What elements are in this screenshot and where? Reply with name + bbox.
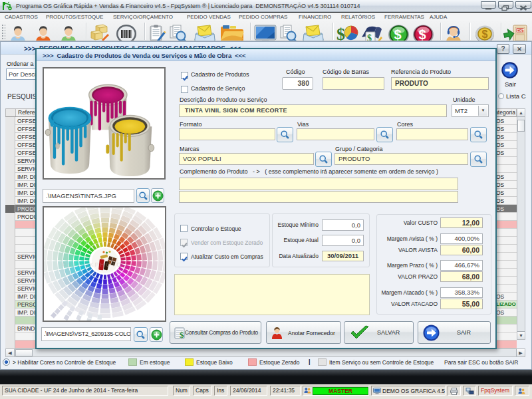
svg-text:$: $ [482, 29, 488, 40]
svg-text:$: $ [394, 27, 402, 41]
svg-text:$: $ [336, 25, 345, 41]
svg-text:$: $ [419, 27, 426, 41]
svg-text:$: $ [180, 330, 184, 339]
svg-text:$: $ [367, 33, 372, 41]
svg-text:©STOCKPHOTO: ©STOCKPHOTO [62, 261, 122, 268]
svg-text:EXIT: EXIT [517, 29, 524, 33]
